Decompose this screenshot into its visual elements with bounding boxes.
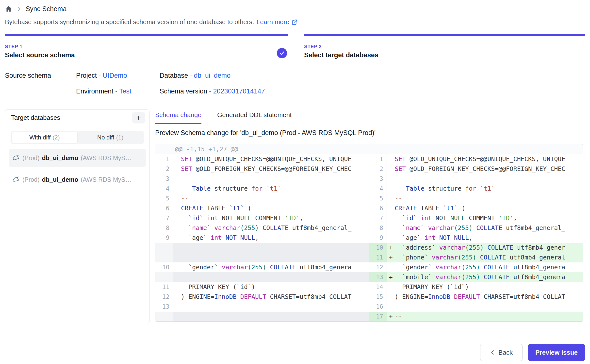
diff-line: 1SET @OLD_UNIQUE_CHECKS=@@UNIQUE_CHECKS,… xyxy=(369,154,583,164)
chevron-left-icon xyxy=(490,350,495,355)
diff-line: 6CREATE TABLE `t1` ( xyxy=(369,203,583,213)
source-version-field: Schema version - 20230317014147 xyxy=(160,88,265,95)
schema-version-link[interactable]: 20230317014147 xyxy=(213,88,265,95)
diff-pane-source[interactable]: @@ -1,15 +1,27 @@1SET @OLD_UNIQUE_CHECKS… xyxy=(155,144,369,321)
diff-line: 16 xyxy=(369,302,583,312)
home-icon[interactable] xyxy=(5,5,12,13)
diff-line: 9 `age` int NOT NULL, xyxy=(155,233,369,243)
footer-divider xyxy=(5,336,585,336)
page-description: Bytebase supports synchronizing a specif… xyxy=(5,18,298,26)
check-circle-icon xyxy=(277,48,287,58)
breadcrumb: Sync Schema xyxy=(5,4,67,14)
back-button[interactable]: Back xyxy=(480,344,523,361)
diff-line: 5-- xyxy=(369,194,583,203)
step2-title: Select target databases xyxy=(304,51,378,59)
source-environment-field: Environment - Test xyxy=(76,88,131,95)
preview-tabs: Schema change Generated DDL statement xyxy=(155,111,583,124)
page-title: Sync Schema xyxy=(26,5,67,13)
database-environment: (Prod) xyxy=(22,154,39,162)
diff-line: 2SET @OLD_FOREIGN_KEY_CHECKS=@@FOREIGN_K… xyxy=(155,164,369,174)
diff-line: 2SET @OLD_FOREIGN_KEY_CHECKS=@@FOREIGN_K… xyxy=(369,164,583,174)
target-panel-title: Target databases xyxy=(11,114,60,121)
diff-line: 1SET @OLD_UNIQUE_CHECKS=@@UNIQUE_CHECKS,… xyxy=(155,154,369,164)
source-project-field: Project - UIDemo xyxy=(76,72,127,79)
diff-added-line: 10+ `address` varchar(255) COLLATE utf8m… xyxy=(369,243,583,253)
project-link[interactable]: UIDemo xyxy=(103,72,127,79)
diff-line: 3-- xyxy=(369,174,583,184)
step1-label: STEP 1 xyxy=(5,44,75,49)
tab-with-diff[interactable]: With diff (2) xyxy=(12,132,78,143)
diff-line: 8 `name` varchar(255) COLLATE utf8mb4_ge… xyxy=(155,223,369,233)
environment-link[interactable]: Test xyxy=(119,88,131,95)
database-link[interactable]: db_ui_demo xyxy=(194,72,231,79)
target-database-item[interactable]: (Prod) db_ui_demo (AWS RDS MyS… xyxy=(9,171,146,188)
diff-pane-target[interactable]: 1SET @OLD_UNIQUE_CHECKS=@@UNIQUE_CHECKS,… xyxy=(369,144,583,321)
diff-line: 7 `id` int NOT NULL COMMENT 'ID', xyxy=(155,213,369,223)
database-instance: (AWS RDS MyS… xyxy=(81,154,131,162)
diff-line: 4-- Table structure for `t1` xyxy=(369,184,583,194)
diff-hunk-header: @@ -1,15 +1,27 @@ xyxy=(155,144,369,154)
target-database-list: (Prod) db_ui_demo (AWS RDS MyS… (Prod) d… xyxy=(5,144,149,188)
diff-filter-tabs: With diff (2) No diff (1) xyxy=(11,131,144,144)
step2-progress-bar xyxy=(304,34,585,36)
diff-added-line: 17+-- xyxy=(369,312,583,321)
diff-line: 12) ENGINE=InnoDB DEFAULT CHARSET=utf8mb… xyxy=(155,292,369,302)
diff-line: 4-- Table structure for `t1` xyxy=(155,184,369,194)
mysql-dolphin-icon xyxy=(12,154,20,162)
mysql-dolphin-icon xyxy=(12,176,20,183)
source-database-field: Database - db_ui_demo xyxy=(160,72,230,79)
diff-placeholder-row xyxy=(155,312,369,321)
database-name: db_ui_demo xyxy=(42,176,78,183)
database-environment: (Prod) xyxy=(22,176,39,183)
diff-line: 7 `id` int NOT NULL COMMENT 'ID', xyxy=(369,213,583,223)
add-target-database-button[interactable]: + xyxy=(132,112,145,123)
schema-diff-viewer: @@ -1,15 +1,27 @@1SET @OLD_UNIQUE_CHECKS… xyxy=(155,144,583,322)
step1-progress-bar xyxy=(5,34,288,36)
target-database-item[interactable]: (Prod) db_ui_demo (AWS RDS MyS… xyxy=(9,149,146,167)
diff-line: 11 PRIMARY KEY (`id`) xyxy=(155,282,369,292)
step2-label: STEP 2 xyxy=(304,44,378,49)
step1-block: STEP 1 Select source schema xyxy=(5,44,75,59)
tab-schema-change[interactable]: Schema change xyxy=(155,111,201,124)
diff-line: 9 `age` int NOT NULL, xyxy=(369,233,583,243)
plus-icon: + xyxy=(136,114,141,122)
external-link-icon xyxy=(291,19,298,25)
diff-line: 13 xyxy=(155,302,369,312)
diff-line: 3-- xyxy=(155,174,369,184)
preview-region: Schema change Generated DDL statement Pr… xyxy=(155,111,583,322)
target-panel-header: Target databases + xyxy=(5,110,149,126)
chevron-right-icon xyxy=(16,6,22,12)
diff-placeholder-row xyxy=(155,243,369,262)
diff-placeholder-row xyxy=(155,272,369,282)
diff-line: 15) ENGINE=InnoDB DEFAULT CHARSET=utf8mb… xyxy=(369,292,583,302)
preview-issue-button[interactable]: Preview issue xyxy=(528,344,585,361)
diff-line: 8 `name` varchar(255) COLLATE utf8mb4_ge… xyxy=(369,223,583,233)
step1-title: Select source schema xyxy=(5,51,75,59)
description-text: Bytebase supports synchronizing a specif… xyxy=(5,18,254,26)
diff-line: 6CREATE TABLE `t1` ( xyxy=(155,203,369,213)
diff-added-line: 11+ `phone` varchar(255) COLLATE utf8mb4… xyxy=(369,253,583,262)
step2-block: STEP 2 Select target databases xyxy=(304,44,378,59)
database-instance: (AWS RDS MyS… xyxy=(81,176,131,183)
database-name: db_ui_demo xyxy=(42,154,78,162)
diff-line: 5-- xyxy=(155,194,369,203)
target-databases-panel: Target databases + With diff (2) No diff… xyxy=(5,109,150,323)
diff-line: 14 PRIMARY KEY (`id`) xyxy=(369,282,583,292)
diff-added-line: 13+ `mobile` varchar(255) COLLATE utf8mb… xyxy=(369,272,583,282)
diff-line: 12 `gender` varchar(255) COLLATE utf8mb4… xyxy=(369,262,583,272)
preview-title: Preview Schema change for 'db_ui_demo (P… xyxy=(155,129,583,137)
learn-more-link[interactable]: Learn more xyxy=(257,18,298,26)
diff-hunk-header xyxy=(369,144,583,154)
tab-generated-ddl[interactable]: Generated DDL statement xyxy=(217,111,292,124)
source-schema-label: Source schema xyxy=(5,72,51,79)
diff-line: 10 `gender` varchar(255) COLLATE utf8mb4… xyxy=(155,262,369,272)
tab-no-diff[interactable]: No diff (1) xyxy=(78,132,143,143)
